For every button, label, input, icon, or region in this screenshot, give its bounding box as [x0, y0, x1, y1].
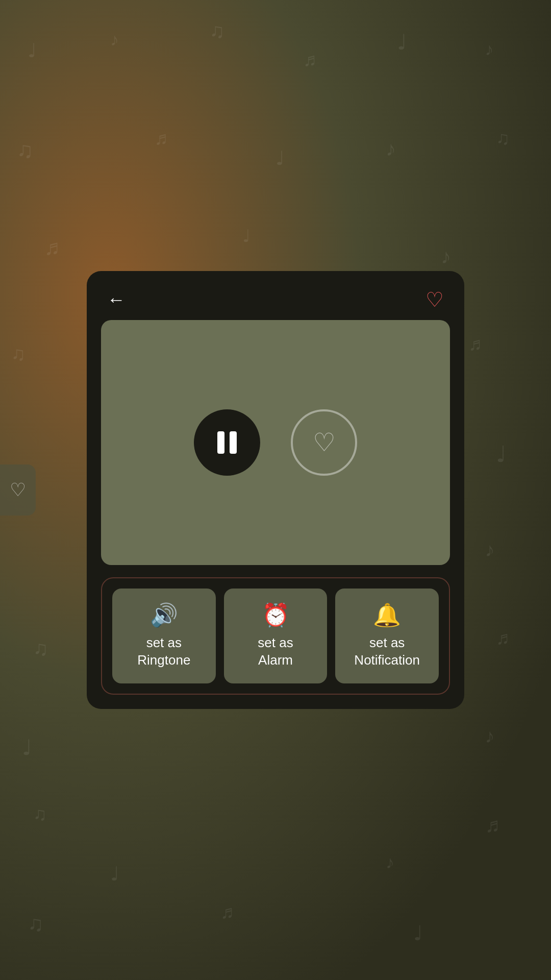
action-buttons-row: 🔊 set asRingtone ⏰ set asAlarm 🔔 set asN…: [101, 577, 450, 695]
pause-bar-left: [217, 431, 224, 454]
pause-icon: [217, 431, 237, 454]
pause-button[interactable]: [194, 409, 260, 476]
album-art-area: ♡: [101, 320, 450, 565]
notification-label: set asNotification: [354, 634, 420, 669]
back-button[interactable]: ←: [107, 290, 126, 309]
alarm-icon: ⏰: [262, 604, 290, 626]
set-as-alarm-button[interactable]: ⏰ set asAlarm: [224, 589, 328, 683]
set-as-ringtone-button[interactable]: 🔊 set asRingtone: [112, 589, 216, 683]
set-as-notification-button[interactable]: 🔔 set asNotification: [335, 589, 439, 683]
favorite-button[interactable]: ♡: [425, 289, 444, 310]
notification-icon: 🔔: [373, 604, 401, 626]
heart-circle-button[interactable]: ♡: [291, 409, 357, 476]
heart-circle-icon: ♡: [313, 428, 336, 457]
ringtone-icon: 🔊: [150, 604, 178, 626]
side-favorite-panel[interactable]: ♡: [0, 464, 36, 516]
main-card: ← ♡ ♡ 🔊 set asRingtone ⏰ set asA: [87, 271, 464, 709]
ringtone-label: set asRingtone: [137, 634, 190, 669]
card-header: ← ♡: [87, 271, 464, 320]
pause-bar-right: [230, 431, 237, 454]
page-container: ♡ ← ♡ ♡ 🔊 set asRingtone: [0, 0, 551, 980]
alarm-label: set asAlarm: [258, 634, 293, 669]
side-heart-icon: ♡: [10, 479, 26, 501]
